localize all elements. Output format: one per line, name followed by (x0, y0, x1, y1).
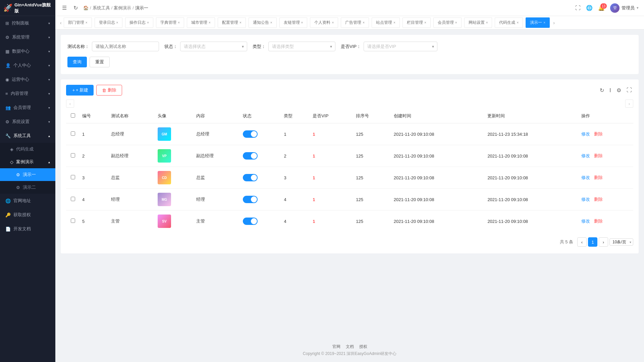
tab-item-5[interactable]: 配置管理× (218, 17, 246, 28)
tab-prev-btn[interactable]: ‹ (58, 20, 64, 25)
tab-close-icon[interactable]: × (116, 21, 118, 24)
fullscreen-btn[interactable]: ⛶ (575, 5, 581, 11)
sidebar-sub-item-case-demo[interactable]: ◇ 案例演示 ▴ (0, 156, 55, 168)
tab-item-11[interactable]: 栏目管理× (402, 17, 431, 28)
sidebar-item-dashboard[interactable]: ⊞ 控制面板 ▾ (0, 16, 55, 30)
collapse-btn[interactable]: ☰ (61, 3, 68, 12)
edit-link[interactable]: 修改 (581, 131, 590, 136)
select-all-checkbox[interactable] (71, 113, 75, 118)
sidebar-item-official[interactable]: 🌐 官网地址 (0, 194, 55, 208)
tab-close-icon[interactable]: × (486, 21, 488, 24)
tab-close-icon[interactable]: × (178, 21, 180, 24)
breadcrumb-system-tools[interactable]: 系统工具 (93, 5, 110, 11)
tab-close-icon[interactable]: × (239, 21, 241, 24)
row-checkbox[interactable] (71, 153, 75, 158)
tab-close-icon[interactable]: × (543, 21, 545, 24)
sidebar-sub-item-demo-one[interactable]: ⚙ 演示一 (0, 168, 55, 181)
type-select[interactable]: 请选择类型 (268, 42, 335, 51)
name-input[interactable] (92, 42, 159, 51)
page-1-btn[interactable]: 1 (588, 237, 597, 247)
tab-close-icon[interactable]: × (393, 21, 395, 24)
sidebar-item-content[interactable]: ≡ 内容管理 ▾ (0, 86, 55, 101)
tab-item-7[interactable]: 友链管理× (279, 17, 308, 28)
tab-close-icon[interactable]: × (455, 21, 457, 24)
new-btn[interactable]: ＋ + 新建 (66, 85, 94, 96)
tab-item-12[interactable]: 会员管理× (433, 17, 462, 28)
tab-item-1[interactable]: 登录日志× (95, 17, 123, 28)
page-size-select[interactable]: 10条/页 20条/页 50条/页 (609, 238, 633, 246)
scroll-left-btn[interactable]: ‹ (66, 100, 74, 108)
sidebar-item-auth[interactable]: 🔑 获取授权 (0, 208, 55, 222)
status-toggle[interactable] (243, 218, 258, 225)
scroll-right-btn[interactable]: › (625, 100, 633, 108)
tab-item-8[interactable]: 个人资料× (310, 17, 338, 28)
tab-item-9[interactable]: 广告管理× (341, 17, 369, 28)
edit-link[interactable]: 修改 (581, 153, 590, 158)
tab-close-icon[interactable]: × (86, 21, 88, 24)
tab-item-6[interactable]: 通知公告× (249, 17, 277, 28)
footer-link-official[interactable]: 官网 (332, 344, 340, 350)
edit-link[interactable]: 修改 (581, 175, 590, 180)
footer-link-docs[interactable]: 文档 (346, 344, 354, 350)
sidebar-item-operations[interactable]: ◉ 运营中心 ▾ (0, 72, 55, 86)
status-select[interactable]: 请选择状态 启用 禁用 (180, 42, 247, 51)
sidebar-item-data-center[interactable]: ▦ 数据中心 ▾ (0, 44, 55, 58)
tab-close-icon[interactable]: × (209, 21, 211, 24)
status-toggle[interactable] (243, 196, 258, 203)
tab-close-icon[interactable]: × (424, 21, 426, 24)
row-checkbox[interactable] (71, 131, 75, 136)
breadcrumb-home-icon[interactable]: 🏠 (83, 5, 89, 10)
row-checkbox[interactable] (71, 219, 75, 223)
tab-item-15[interactable]: 演示一× (526, 17, 550, 28)
page-next-btn[interactable]: › (599, 237, 608, 247)
tab-next-btn[interactable]: › (551, 20, 557, 25)
tab-item-4[interactable]: 城市管理× (187, 17, 215, 28)
sidebar-sub-item-demo-two[interactable]: ⚙ 演示二 (0, 181, 55, 194)
theme-btn[interactable]: 🌐 (586, 5, 593, 11)
delete-link[interactable]: 删除 (594, 219, 603, 224)
status-toggle[interactable] (243, 174, 258, 181)
breadcrumb-case-demo[interactable]: 案例演示 (114, 5, 131, 11)
edit-link[interactable]: 修改 (581, 197, 590, 202)
page-prev-btn[interactable]: ‹ (577, 237, 587, 247)
footer-link-auth[interactable]: 授权 (359, 344, 367, 350)
tab-item-3[interactable]: 字典管理× (156, 17, 184, 28)
edit-link[interactable]: 修改 (581, 219, 590, 224)
delete-selected-btn[interactable]: 🗑 删除 (96, 85, 122, 96)
sidebar-item-docs[interactable]: 📄 开发文档 (0, 222, 55, 236)
tab-close-icon[interactable]: × (301, 21, 303, 24)
row-checkbox[interactable] (71, 197, 75, 201)
tab-item-10[interactable]: 站点管理× (372, 17, 400, 28)
delete-link[interactable]: 删除 (594, 175, 603, 180)
refresh-table-btn[interactable]: ↻ (598, 86, 605, 95)
tab-close-icon[interactable]: × (517, 21, 519, 24)
status-toggle[interactable] (243, 152, 258, 160)
tab-close-icon[interactable]: × (270, 21, 272, 24)
search-btn[interactable]: 查询 (67, 57, 87, 67)
sidebar-item-system-tools[interactable]: 🔧 系统工具 ▴ (0, 129, 55, 143)
delete-link[interactable]: 删除 (594, 197, 603, 202)
user-info[interactable]: 管 管理员 ▾ (610, 3, 639, 13)
vip-select[interactable]: 请选择是否VIP 是 否 (364, 42, 437, 51)
refresh-btn[interactable]: ↻ (72, 3, 79, 12)
fullscreen-table-btn[interactable]: ⛶ (625, 86, 633, 95)
delete-link[interactable]: 删除 (594, 131, 603, 136)
tab-item-2[interactable]: 操作日志× (125, 17, 153, 28)
tab-item-0[interactable]: 部门管理× (64, 17, 92, 28)
sidebar-item-personal[interactable]: 👤 个人中心 ▾ (0, 58, 55, 72)
status-toggle[interactable] (243, 130, 258, 138)
column-settings-btn[interactable]: Ⅰ (608, 86, 612, 95)
delete-link[interactable]: 删除 (594, 153, 603, 158)
reset-btn[interactable]: 重置 (90, 57, 110, 67)
tab-item-13[interactable]: 网站设置× (464, 17, 492, 28)
notification-btn[interactable]: 🔔 13 (598, 5, 605, 11)
tab-close-icon[interactable]: × (363, 21, 365, 24)
tab-item-14[interactable]: 代码生成× (495, 17, 523, 28)
tab-close-icon[interactable]: × (332, 21, 334, 24)
sidebar-item-settings[interactable]: ⚙ 系统设置 ▾ (0, 115, 55, 129)
row-checkbox[interactable] (71, 175, 75, 179)
sidebar-item-system-mgmt[interactable]: ⚙ 系统管理 ▾ (0, 30, 55, 44)
sidebar-item-member[interactable]: 👥 会员管理 ▾ (0, 101, 55, 115)
tab-close-icon[interactable]: × (147, 21, 149, 24)
settings-table-btn[interactable]: ⚙ (615, 86, 623, 95)
